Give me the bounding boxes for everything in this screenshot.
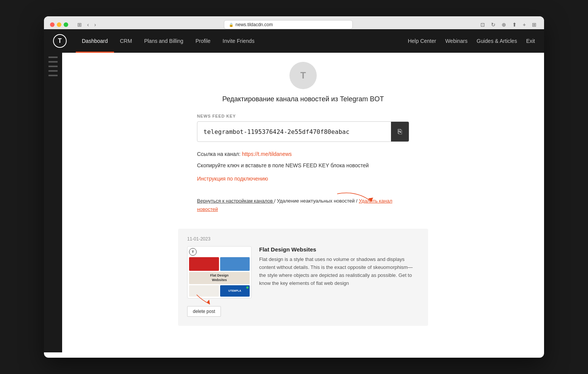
copy-icon: ⎘ [398,128,402,136]
post-description: Flat design is a style that uses no volu… [259,256,419,287]
post-text-area: Flat Design Websites Flat design is a st… [259,246,419,287]
url-text: news.tildacdn.com [236,22,273,27]
thumb-img-blue [220,257,250,271]
nav-right: Help Center Webinars Guides & Articles E… [408,38,535,44]
nav-logo[interactable]: T [53,34,67,48]
stripe-decoration [48,70,58,72]
post-title: Flat Design Websites [259,246,419,253]
content-area: Редактирование канала новостей из Telegr… [197,95,409,214]
nav-item-crm[interactable]: CRM [114,29,138,53]
key-input-row: ⎘ [197,121,409,142]
back-button[interactable]: ‹ [86,21,91,28]
news-feed-key-input[interactable] [197,123,391,141]
stripe-decoration [48,61,58,63]
curved-arrow-svg [333,190,379,209]
nav-item-invite-friends[interactable]: Invite Friends [217,29,261,53]
address-bar[interactable]: 🔒 news.tildacdn.com [224,20,353,29]
browser-navigation: ⊞ ‹ › [76,21,97,28]
channel-url-link[interactable]: https://t.me/tildanews [242,151,292,157]
separator1: / [274,198,277,204]
screen-record-button[interactable]: ⊡ [479,21,486,28]
delete-post-row: delete post [187,306,419,317]
delete-arrow-svg [195,293,225,308]
instruction-link[interactable]: Инструкция по подключению [197,176,268,182]
share-button[interactable]: ⬆ [511,21,518,28]
thumb-img-red [189,257,219,271]
shield-icon[interactable]: ⊕ [500,21,508,28]
thumb-logo: T [189,248,197,256]
minimize-button[interactable] [57,22,61,27]
left-stripe [44,53,62,352]
nav-item-profile[interactable]: Profile [189,29,217,53]
page-layout: T Редактирование канала новостей из Tele… [44,53,544,352]
browser-chrome: ⊞ ‹ › 🔒 news.tildacdn.com ⊡ ↻ ⊕ ⬆ + ⊞ [44,16,544,29]
nav-item-dashboard[interactable]: Dashboard [76,29,114,53]
maximize-button[interactable] [64,22,68,27]
stripe-decoration [48,75,58,76]
stripe-decoration [48,57,58,58]
field-label: NEWS FEED KEY [197,114,236,118]
nav-guides[interactable]: Guides & Articles [477,38,517,44]
avatar: T [289,62,317,89]
thumb-green-dot [246,286,249,289]
post-date: 11-01-2023 [187,236,419,242]
navbar: T Dashboard CRM Plans and Billing Profil… [44,29,544,53]
stripe-decoration [48,66,58,67]
thumb-title-line2: Websites [191,278,247,283]
nav-exit[interactable]: Exit [526,38,535,44]
nav-help-center[interactable]: Help Center [408,38,436,44]
channel-link-row: Ссылка на канал: https://t.me/tildanews [197,151,292,157]
post-body: T Flat Design Websites [187,246,419,298]
lock-icon: 🔒 [229,23,233,27]
copy-key-button[interactable]: ⎘ [391,122,409,141]
new-tab-button[interactable]: + [521,21,527,28]
avatar-container: T [289,62,317,89]
post-card: 11-01-2023 T Flat Design Websites [178,229,428,325]
thumb-title-line1: Flat Design [191,273,247,278]
sidebar-toggle-button[interactable]: ⊞ [76,21,83,28]
forward-button[interactable]: › [93,21,98,28]
post-thumbnail: T Flat Design Websites [187,246,252,298]
traffic-lights [50,22,68,27]
close-button[interactable] [50,22,55,27]
nav-item-plans-billing[interactable]: Plans and Billing [138,29,189,53]
grid-view-button[interactable]: ⊞ [530,21,538,28]
page-title: Редактирование канала новостей из Telegr… [197,95,409,103]
back-to-channels-link[interactable]: Вернуться к настройкам каналов [197,198,274,204]
thumb-grid: Flat Design Websites [189,257,250,284]
nav-left: Dashboard CRM Plans and Billing Profile … [76,29,261,53]
browser-right-controls: ⊡ ↻ ⊕ ⬆ + ⊞ [479,21,538,28]
instruction-text: Скопируйте ключ и вставьте в поле NEWS F… [197,162,369,170]
refresh-button[interactable]: ↻ [489,21,497,28]
nav-webinars[interactable]: Webinars [445,38,468,44]
page-content: T Редактирование канала новостей из Tele… [62,53,544,352]
thumb-title-box: Flat Design Websites [189,272,250,284]
